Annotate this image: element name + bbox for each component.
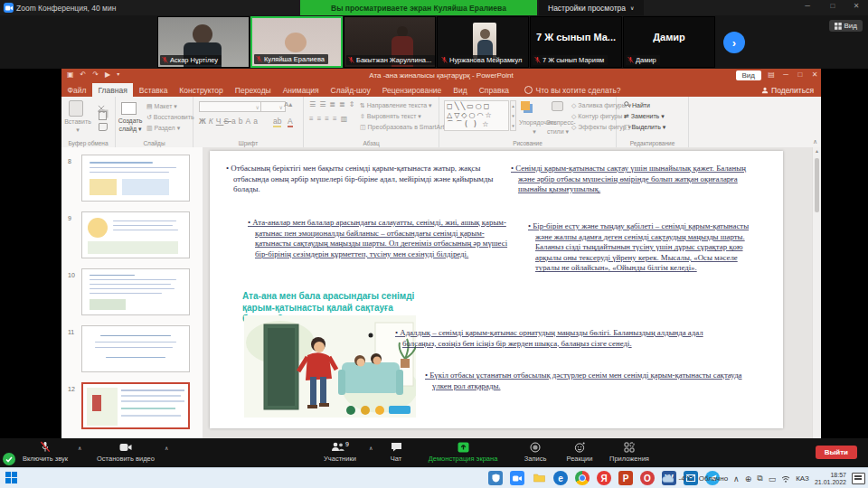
arrange-button[interactable]: Упорядочить ▾ bbox=[519, 118, 550, 136]
mic-options-chevron[interactable]: ∧ bbox=[78, 445, 81, 451]
tell-me-box[interactable]: Что вы хотите сделать? bbox=[524, 83, 621, 97]
zoom-app-taskbar-icon[interactable] bbox=[510, 471, 524, 485]
font-name-select[interactable]: ∨ bbox=[199, 101, 262, 112]
notification-center-icon[interactable] bbox=[852, 473, 865, 484]
share-button[interactable]: Поделиться bbox=[761, 83, 814, 97]
edge-browser-icon[interactable]: e bbox=[553, 471, 568, 485]
align-text-button[interactable]: ⇳ Выровнять текст ▾ bbox=[360, 112, 421, 121]
slide-thumbnail[interactable] bbox=[81, 155, 190, 202]
wifi-icon[interactable] bbox=[781, 475, 790, 483]
strip-view-button[interactable]: Вид bbox=[829, 20, 863, 32]
editor-scrollbar[interactable]: ▴ bbox=[812, 147, 821, 438]
video-tile[interactable]: 7 Ж сынып Ма... 7 Ж сынып Мариям bbox=[530, 16, 622, 68]
start-button[interactable] bbox=[5, 472, 18, 484]
quick-styles-icon[interactable] bbox=[552, 101, 563, 111]
align-buttons[interactable]: ≡≡≡≡▥ bbox=[309, 115, 351, 123]
weather-temp[interactable]: -4°C bbox=[679, 474, 693, 483]
ribbon-display-options-icon[interactable]: ▤ bbox=[765, 70, 778, 79]
paste-icon[interactable] bbox=[69, 100, 83, 117]
find-button[interactable]: Найти bbox=[624, 101, 650, 110]
zoom-view-overlay-button[interactable]: Вид bbox=[736, 70, 761, 80]
format-painter-icon[interactable] bbox=[99, 123, 108, 131]
shapes-gallery-scrollbar[interactable]: ▴▾▾ bbox=[510, 100, 516, 131]
video-tile-active-speaker[interactable]: Куляйша Ералиева bbox=[250, 16, 343, 68]
ppt-minimize-button[interactable]: ─ bbox=[779, 70, 792, 79]
video-tile[interactable]: Дамир Дамир bbox=[623, 16, 715, 68]
tab-insert[interactable]: Вставка bbox=[133, 83, 174, 97]
hidden-icons-chevron[interactable]: ∧ bbox=[733, 474, 740, 483]
quick-styles-button[interactable]: Экспресс-стили ▾ bbox=[546, 118, 570, 136]
section-button[interactable]: ▥ Раздел ▾ bbox=[146, 124, 180, 133]
arrange-icon[interactable] bbox=[521, 101, 530, 110]
tab-animations[interactable]: Анимация bbox=[277, 83, 325, 97]
smartart-button[interactable]: ◫ Преобразовать в SmartArt ▾ bbox=[360, 123, 449, 132]
current-slide[interactable]: • Отбасының беріктігі мен бақыты сенімді… bbox=[210, 151, 783, 428]
close-button[interactable]: ✕ bbox=[850, 2, 863, 10]
antivirus-status-icon[interactable] bbox=[3, 453, 15, 465]
video-tile[interactable]: Аскар Нұртілеу bbox=[157, 16, 250, 68]
display-tray-icon[interactable]: ⧉ bbox=[757, 474, 762, 483]
list-buttons[interactable]: ☰☰≣≣⇕ bbox=[309, 100, 358, 108]
maximize-button[interactable]: □ bbox=[826, 2, 839, 10]
security-app-icon[interactable] bbox=[488, 471, 503, 485]
new-slide-icon[interactable] bbox=[121, 102, 137, 115]
chat-button[interactable]: Чат bbox=[380, 441, 412, 463]
unmute-button[interactable]: Включить звук ∧ bbox=[13, 441, 78, 463]
tab-help[interactable]: Справка bbox=[473, 83, 514, 97]
slide-thumbnail-selected[interactable] bbox=[81, 382, 190, 429]
clock[interactable]: 18:57 21.01.2022 bbox=[815, 472, 846, 486]
video-tile[interactable]: Нуржанова Мейрамкул bbox=[437, 16, 529, 68]
language-indicator[interactable]: КАЗ bbox=[796, 474, 809, 483]
slide-thumbnail[interactable] bbox=[81, 211, 190, 258]
tab-home[interactable]: Главная bbox=[92, 83, 133, 97]
tab-review[interactable]: Рецензирование bbox=[376, 83, 448, 97]
ppt-close-button[interactable]: ✕ bbox=[808, 70, 821, 79]
file-explorer-icon[interactable] bbox=[532, 471, 546, 485]
battery-tray-icon[interactable]: ▭ bbox=[769, 474, 777, 483]
layout-button[interactable]: ▤ Макет ▾ bbox=[146, 102, 177, 111]
video-tile[interactable]: Бакытжан Жаруллина... bbox=[344, 16, 436, 68]
slide-thumbnail[interactable] bbox=[81, 268, 190, 315]
reset-button[interactable]: ↺ Восстановить bbox=[146, 113, 194, 122]
font-color-icon[interactable]: А bbox=[288, 117, 293, 127]
powerpoint-taskbar-icon[interactable]: P bbox=[618, 471, 633, 485]
font-format-buttons[interactable]: ЖКЧSabАа bbox=[199, 117, 260, 126]
ppt-restore-button[interactable]: □ bbox=[794, 70, 807, 79]
tab-file[interactable]: Файл bbox=[61, 83, 92, 97]
stop-video-button[interactable]: Остановить видео ∧ bbox=[87, 441, 165, 463]
minimize-button[interactable]: ─ bbox=[801, 2, 814, 10]
select-button[interactable]: ⬚ Выделить ▾ bbox=[624, 123, 665, 132]
tab-view[interactable]: Вид bbox=[448, 83, 473, 97]
tab-design[interactable]: Конструктор bbox=[174, 83, 229, 97]
font-size-select[interactable]: ∨ bbox=[260, 101, 286, 112]
shapes-gallery[interactable]: ◻╲╲▭○◻ △▽◇○◠☆ ⌒⌒( ) ☆ bbox=[444, 100, 509, 131]
leave-meeting-button[interactable]: Выйти bbox=[816, 446, 857, 459]
paste-button[interactable]: Вставить▾ bbox=[63, 117, 92, 134]
replace-button[interactable]: ⇄ Заменить ▾ bbox=[624, 112, 665, 121]
apps-button[interactable]: Приложения bbox=[604, 441, 655, 463]
tab-slideshow[interactable]: Слайд-шоу bbox=[325, 83, 376, 97]
tab-transitions[interactable]: Переходы bbox=[229, 83, 277, 97]
participants-button[interactable]: 9 Участники ∧ bbox=[311, 441, 369, 463]
new-slide-button[interactable]: Создать слайд ▾ bbox=[118, 117, 143, 133]
collapse-ribbon-icon[interactable]: ∧ bbox=[813, 138, 817, 145]
reactions-button[interactable]: Реакции bbox=[559, 441, 600, 463]
next-participants-button[interactable]: › bbox=[723, 32, 745, 53]
yandex-browser-icon[interactable]: Я bbox=[597, 471, 611, 485]
record-button[interactable]: Запись bbox=[515, 441, 555, 463]
view-settings-button[interactable]: Настройки просмотра ∨ bbox=[539, 0, 644, 15]
video-options-chevron[interactable]: ∧ bbox=[165, 445, 168, 451]
opera-browser-icon[interactable]: O bbox=[640, 471, 655, 485]
chrome-browser-icon[interactable] bbox=[575, 471, 590, 485]
onedrive-tray-icon[interactable]: ⊕ bbox=[745, 474, 752, 483]
grow-font-icon[interactable]: А▴ bbox=[284, 100, 292, 108]
slide-thumbnail[interactable] bbox=[81, 325, 190, 372]
participant-display-name: 7 Ж сынып Ма... bbox=[531, 32, 621, 42]
copy-icon[interactable] bbox=[99, 111, 107, 120]
weather-condition[interactable]: Облачно bbox=[699, 474, 728, 483]
slide-thumbnail-panel[interactable]: 8 9 10 11 12 bbox=[61, 147, 203, 438]
share-screen-button[interactable]: Демонстрация экрана bbox=[416, 441, 510, 463]
highlight-color-icon[interactable]: ab bbox=[273, 117, 281, 127]
text-direction-button[interactable]: ⇅ Направление текста ▾ bbox=[360, 101, 432, 110]
participants-chevron[interactable]: ∧ bbox=[369, 445, 373, 451]
